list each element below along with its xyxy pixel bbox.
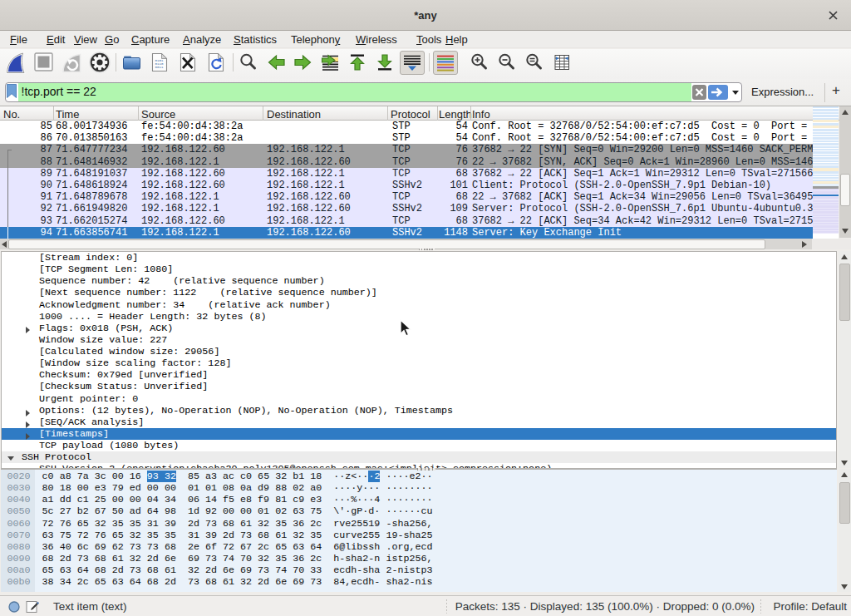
svg-text:0011: 0011	[155, 66, 165, 69]
